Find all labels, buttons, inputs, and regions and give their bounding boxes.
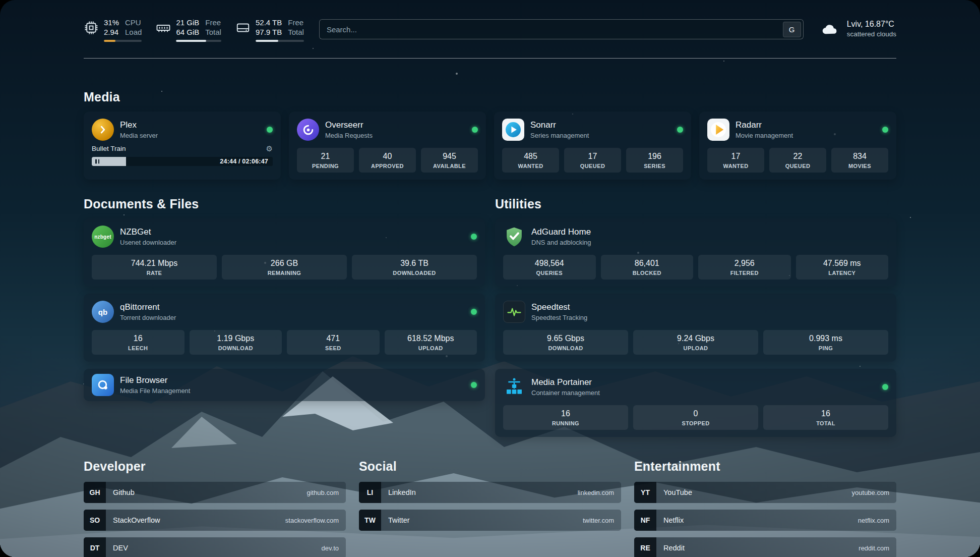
radarr-name: Radarr [736,120,793,130]
overseerr-status-dot [472,127,478,133]
search-area: G [319,18,804,39]
cpu-icon [84,20,99,35]
media-section: Media Plex Media server [84,90,896,180]
section-title-developer: Developer [84,459,346,474]
qbittorrent-subtitle: Torrent downloader [120,314,176,321]
stat-queued: 22 QUEUED [769,148,826,173]
stat-queued: 17 QUEUED [564,148,621,173]
speedtest-subtitle: Speedtest Tracking [531,314,587,321]
section-title-social: Social [359,459,621,474]
sonarr-name: Sonarr [530,120,589,130]
search-input[interactable] [327,25,783,34]
sonarr-icon [502,119,524,141]
github-icon: GH [84,482,106,503]
memory-free-label: Free [205,18,221,27]
memory-total-label: Total [205,28,221,37]
nzbget-card[interactable]: nzbget NZBGet Usenet downloader 744.21 M… [84,218,485,287]
storage-free-label: Free [288,18,304,27]
overseerr-icon [297,119,319,141]
weather-condition: scattered clouds [847,29,896,39]
stat-movies: 834 MOVIES [831,148,888,173]
nzbget-icon: nzbget [92,226,114,248]
plex-icon [92,119,114,141]
sonarr-subtitle: Series management [530,132,589,139]
weather-widget[interactable]: Lviv, 16.87°C scattered clouds [819,18,896,39]
dev-icon: DT [84,537,106,557]
speedtest-card[interactable]: Speedtest Speedtest Tracking 9.65 Gbps D… [495,294,896,362]
stat-available: 945 AVAILABLE [421,148,478,173]
plex-name: Plex [120,120,158,130]
utilities-column: Utilities AdGuard Home [495,197,896,437]
stat-download: 9.65 Gbps DOWNLOAD [503,330,628,355]
adguard-shield-icon [503,226,525,248]
filebrowser-status-dot [471,382,477,388]
stat-upload: 9.24 Gbps UPLOAD [633,330,758,355]
bookmark-youtube[interactable]: YT YouTube youtube.com [634,482,896,503]
section-title-documents: Documents & Files [84,197,485,211]
cpu-load-label: Load [125,28,142,37]
search-engine-button[interactable]: G [783,22,801,37]
bookmarks-developer: Developer GH Github github.com SO StackO… [84,459,346,557]
stat-queries: 498,564 QUERIES [503,255,596,280]
radarr-subtitle: Movie management [736,132,793,139]
qbittorrent-card[interactable]: qb qBittorrent Torrent downloader 16 LEE… [84,294,485,362]
stat-approved: 40 APPROVED [359,148,416,173]
portainer-card[interactable]: Media Portainer Container management 16 … [495,369,896,437]
bookmarks-section: Developer GH Github github.com SO StackO… [84,459,896,557]
pause-icon[interactable] [95,159,99,164]
stat-seed: 471 SEED [287,330,380,355]
plex-card[interactable]: Plex Media server Bullet Train ⚙ [84,112,281,180]
system-metrics: 31% CPU 2.94 Load [84,18,304,42]
memory-usage-bar [176,40,221,42]
portainer-status-dot [882,384,888,390]
speedtest-name: Speedtest [531,302,587,312]
cloud-icon [819,21,841,38]
now-playing-title: Bullet Train [92,145,126,152]
reddit-icon: RE [634,537,656,557]
bookmark-github[interactable]: GH Github github.com [84,482,346,503]
bookmark-reddit[interactable]: RE Reddit reddit.com [634,537,896,557]
cpu-load-value: 2.94 [104,28,119,37]
filebrowser-card[interactable]: File Browser Media File Management [84,369,485,401]
section-title-media: Media [84,90,896,104]
lower-sections: Documents & Files nzbget NZBGet Usenet d… [84,197,896,437]
bookmark-stackoverflow[interactable]: SO StackOverflow stackoverflow.com [84,510,346,531]
cpu-usage-value: 31% [104,18,119,27]
nzbget-name: NZBGet [120,227,176,237]
bookmark-linkedin[interactable]: LI LinkedIn linkedin.com [359,482,621,503]
stat-filtered: 2,956 FILTERED [698,255,791,280]
stat-blocked: 86,401 BLOCKED [601,255,694,280]
sonarr-card[interactable]: Sonarr Series management 485 WANTED 17 Q… [494,112,691,180]
adguard-card[interactable]: AdGuard Home DNS and adblocking 498,564 … [495,218,896,287]
memory-total-value: 64 GiB [176,28,199,37]
overseerr-card[interactable]: Overseerr Media Requests 21 PENDING 40 A… [289,112,486,180]
stat-total: 16 TOTAL [763,405,888,430]
bookmark-dev[interactable]: DT DEV dev.to [84,537,346,557]
gear-icon[interactable]: ⚙ [266,145,273,152]
storage-icon [235,20,251,35]
memory-free-value: 21 GiB [176,18,199,27]
radarr-card[interactable]: Radarr Movie management 17 WANTED 22 QUE… [699,112,896,180]
cpu-usage-label: CPU [125,18,142,27]
cpu-usage-bar [104,40,142,42]
stackoverflow-icon: SO [84,510,106,531]
stat-leech: 16 LEECH [92,330,185,355]
radarr-icon [707,119,729,141]
overseerr-subtitle: Media Requests [325,132,373,139]
top-bar: 31% CPU 2.94 Load [84,0,896,42]
stat-running: 16 RUNNING [503,405,628,430]
stat-stopped: 0 STOPPED [633,405,758,430]
section-title-entertainment: Entertainment [634,459,896,474]
bookmarks-entertainment: Entertainment YT YouTube youtube.com NF … [634,459,896,557]
storage-metric: 52.4 TB Free 97.9 TB Total [235,18,304,42]
bookmark-twitter[interactable]: TW Twitter twitter.com [359,510,621,531]
storage-free-value: 52.4 TB [256,18,282,27]
bookmark-netflix[interactable]: NF Netflix netflix.com [634,510,896,531]
header-divider [84,58,896,59]
storage-total-value: 97.9 TB [256,28,282,37]
overseerr-name: Overseerr [325,120,373,130]
portainer-name: Media Portainer [531,377,600,387]
search-box[interactable]: G [319,19,804,39]
weather-location: Lviv, 16.87°C [847,19,896,29]
qbittorrent-icon: qb [92,301,114,323]
